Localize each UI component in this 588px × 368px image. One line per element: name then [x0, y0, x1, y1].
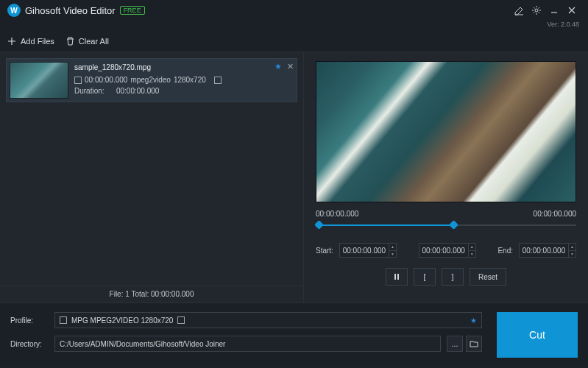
file-list-pane: sample_1280x720.mpg 00:00:00.000 mpeg2vi… [0, 52, 304, 302]
profile-row: Profile: MPG MPEG2VIDEO 1280x720 ★ [10, 312, 482, 328]
main-area: sample_1280x720.mpg 00:00:00.000 mpeg2vi… [0, 52, 588, 302]
start-time-field[interactable] [340, 244, 389, 257]
close-button[interactable] [563, 1, 581, 19]
video-preview[interactable] [316, 61, 576, 202]
start-label: Start: [316, 247, 333, 255]
end-time-field[interactable] [520, 244, 568, 257]
start-time-input[interactable]: ▲▼ [339, 243, 397, 258]
file-name: sample_1280x720.mpg [74, 62, 294, 73]
end-time-input[interactable]: ▲▼ [519, 243, 576, 258]
file-info: sample_1280x720.mpg 00:00:00.000 mpeg2vi… [74, 62, 294, 99]
directory-browse-button[interactable]: ... [447, 336, 463, 352]
slider-handle-start[interactable] [314, 220, 324, 230]
remove-file-icon[interactable]: ✕ [287, 62, 294, 71]
bottom-bar: Profile: MPG MPEG2VIDEO 1280x720 ★ Direc… [0, 302, 588, 367]
favorite-icon[interactable]: ★ [274, 62, 282, 71]
trash-icon [66, 37, 74, 46]
mid-time-input[interactable]: ▲▼ [419, 243, 476, 258]
clear-all-label: Clear All [79, 37, 109, 46]
timeline-slider[interactable] [316, 221, 576, 230]
clear-all-button[interactable]: Clear All [66, 37, 109, 46]
directory-open-button[interactable] [466, 336, 482, 352]
playback-controls: [ ] Reset [316, 268, 576, 286]
timeline-end-label: 00:00:00.000 [534, 210, 576, 218]
directory-input[interactable]: C:/Users/ADMIN/Documents/Gihosoft/Video … [54, 336, 441, 352]
free-badge: FREE [120, 6, 145, 15]
svg-point-0 [535, 9, 538, 12]
end-label: End: [497, 247, 513, 255]
expand-icon[interactable] [214, 77, 222, 84]
toolbar: Add Files Clear All [0, 30, 588, 52]
timeline-start-label: 00:00:00.000 [316, 210, 358, 218]
start-down-button[interactable]: ▼ [389, 251, 396, 258]
edit-icon[interactable] [510, 1, 528, 19]
plus-icon [7, 37, 16, 46]
profile-format-icon [60, 316, 67, 324]
minimize-button[interactable] [545, 1, 563, 19]
duration-label: Duration: [74, 85, 105, 96]
video-format-icon [74, 77, 82, 84]
file-codec: mpeg2video [130, 74, 170, 85]
app-logo-icon: W [7, 4, 21, 17]
profile-expand-icon[interactable] [177, 316, 185, 324]
file-item[interactable]: sample_1280x720.mpg 00:00:00.000 mpeg2vi… [6, 58, 297, 102]
titlebar: W Gihosoft Video Editor FREE [0, 0, 588, 21]
profile-favorite-icon[interactable]: ★ [470, 316, 477, 325]
duration-value: 00:00:00.000 [116, 85, 159, 96]
preview-pane: 00:00:00.000 00:00:00.000 Start: ▲▼ ▲▼ [304, 52, 588, 302]
mid-up-button[interactable]: ▲ [469, 244, 475, 251]
directory-path: C:/Users/ADMIN/Documents/Gihosoft/Video … [60, 340, 225, 348]
directory-row: Directory: C:/Users/ADMIN/Documents/Giho… [10, 336, 482, 352]
slider-track-fill [316, 224, 454, 226]
profile-label: Profile: [10, 316, 49, 325]
start-up-button[interactable]: ▲ [389, 244, 396, 251]
settings-icon[interactable] [528, 1, 545, 19]
mid-down-button[interactable]: ▼ [469, 251, 475, 258]
slider-handle-end[interactable] [449, 220, 458, 230]
app-title: Gihosoft Video Editor [25, 5, 116, 16]
add-files-label: Add Files [21, 37, 54, 46]
add-files-button[interactable]: Add Files [7, 37, 54, 46]
directory-label: Directory: [10, 340, 49, 348]
file-list: sample_1280x720.mpg 00:00:00.000 mpeg2vi… [0, 52, 303, 285]
mark-out-button[interactable]: ] [442, 268, 464, 286]
file-status: File: 1 Total: 00:00:00.000 [0, 285, 303, 302]
range-row: Start: ▲▼ ▲▼ End: ▲▼ [316, 243, 576, 258]
cut-button[interactable]: Cut [497, 312, 578, 358]
profile-select[interactable]: MPG MPEG2VIDEO 1280x720 ★ [54, 312, 482, 328]
file-time: 00:00:00.000 [85, 74, 127, 85]
reset-button[interactable]: Reset [470, 268, 506, 286]
version-label: Ver: 2.0.48 [0, 21, 588, 30]
file-thumbnail [10, 62, 68, 99]
mid-time-field[interactable] [419, 244, 468, 257]
end-up-button[interactable]: ▲ [569, 244, 575, 251]
end-down-button[interactable]: ▼ [569, 251, 575, 258]
file-resolution: 1280x720 [174, 74, 206, 85]
profile-value: MPG MPEG2VIDEO 1280x720 [71, 316, 173, 325]
pause-button[interactable] [386, 268, 408, 286]
timeline: 00:00:00.000 00:00:00.000 [316, 210, 576, 230]
mark-in-button[interactable]: [ [414, 268, 436, 286]
